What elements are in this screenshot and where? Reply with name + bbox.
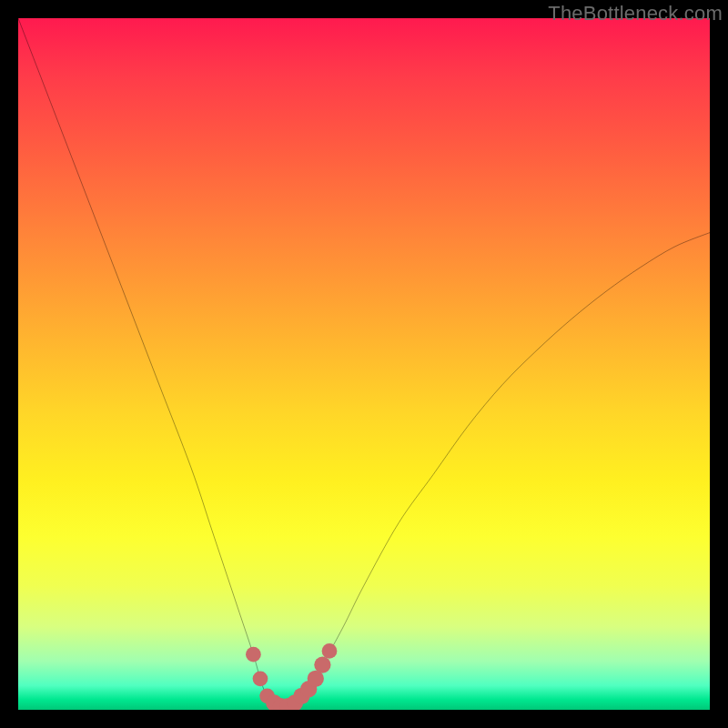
marker-dot — [246, 647, 261, 662]
curve-svg — [18, 18, 710, 710]
watermark-text: TheBottleneck.com — [548, 2, 723, 25]
curve-markers — [246, 643, 337, 710]
marker-dot — [314, 656, 330, 672]
plot-area — [18, 18, 710, 710]
bottleneck-curve — [18, 18, 710, 707]
marker-dot — [322, 643, 338, 659]
marker-dot — [253, 671, 268, 686]
chart-frame: TheBottleneck.com — [0, 0, 728, 728]
